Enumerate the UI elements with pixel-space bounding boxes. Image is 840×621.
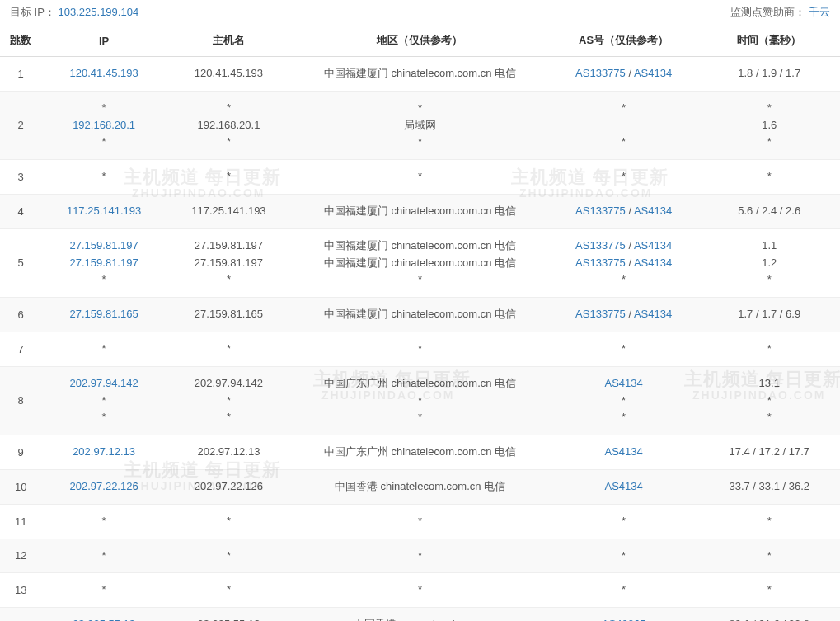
target-ip-value[interactable]: 103.225.199.104 xyxy=(59,6,139,18)
cell-ip: * xyxy=(41,504,166,539)
cell-as: * xyxy=(549,573,699,608)
host-text: * xyxy=(227,273,231,285)
as-link[interactable]: AS133775 xyxy=(575,205,626,217)
cell-host: * xyxy=(167,573,291,608)
table-row: 7***** xyxy=(0,332,840,366)
as-link[interactable]: AS4134 xyxy=(605,480,643,492)
cell-hop: 1 xyxy=(0,57,41,92)
cell-time: * xyxy=(698,160,840,195)
as-link[interactable]: AS4134 xyxy=(605,377,643,389)
table-row: 627.159.81.16527.159.81.165中国福建厦门 chinat… xyxy=(0,298,840,332)
location-text: * xyxy=(418,273,422,285)
cell-host: * xyxy=(167,539,291,573)
as-link[interactable]: AS4134 xyxy=(634,256,672,269)
location-text: * xyxy=(418,342,422,355)
col-as: AS号（仅供参考） xyxy=(549,25,699,57)
as-text: * xyxy=(622,549,626,562)
table-row: 12***** xyxy=(0,539,840,573)
as-link[interactable]: AS4134 xyxy=(634,308,672,320)
cell-as: AS133775 / AS4134 xyxy=(549,57,699,92)
as-text: * xyxy=(622,394,626,407)
ip-link[interactable]: 202.97.12.13 xyxy=(73,445,135,458)
cell-location: 中国福建厦门 chinatelecom.com.cn 电信中国福建厦门 chin… xyxy=(291,228,549,297)
ip-link[interactable]: 192.168.20.1 xyxy=(73,119,135,131)
sponsor-link[interactable]: 千云 xyxy=(809,6,830,18)
traceroute-table: 跳数 IP 主机名 地区（仅供参考） AS号（仅供参考） 时间（毫秒） 1120… xyxy=(0,25,840,621)
cell-ip: 117.25.141.193 xyxy=(41,194,166,228)
host-text: 202.97.12.13 xyxy=(197,445,260,458)
location-text: 中国福建厦门 chinatelecom.com.cn 电信 xyxy=(324,308,516,320)
location-text: 中国广东广州 chinatelecom.com.cn 电信 xyxy=(324,377,516,389)
sponsor-section: 监测点赞助商： 千云 xyxy=(730,5,830,20)
ip-link[interactable]: 23.225.55.13 xyxy=(73,618,135,621)
cell-as: * xyxy=(549,539,699,573)
ip-text: * xyxy=(102,515,106,527)
cell-as: AS4134 xyxy=(549,469,699,504)
as-text: * xyxy=(622,515,626,527)
time-text: 13.1 xyxy=(759,377,780,389)
cell-location: 中国福建厦门 chinatelecom.com.cn 电信 xyxy=(291,298,549,332)
as-link[interactable]: AS4134 xyxy=(634,205,672,217)
ip-text: * xyxy=(102,101,106,114)
cell-location: *局域网* xyxy=(291,91,549,159)
as-text: / xyxy=(626,205,634,217)
ip-link[interactable]: 120.41.45.193 xyxy=(70,67,138,79)
table-row: 1120.41.45.193120.41.45.193中国福建厦门 chinat… xyxy=(0,57,840,92)
ip-link[interactable]: 117.25.141.193 xyxy=(67,205,141,217)
ip-link[interactable]: 202.97.22.126 xyxy=(70,480,138,492)
host-text: * xyxy=(227,101,231,114)
host-text: * xyxy=(227,515,231,527)
cell-host: 120.41.45.193 xyxy=(167,57,291,92)
as-link[interactable]: AS133775 xyxy=(575,239,626,252)
as-link[interactable]: AS4134 xyxy=(605,445,643,458)
as-link[interactable]: AS133775 xyxy=(575,67,626,79)
cell-time: 89.1 / 91.6 / 90.8 xyxy=(698,608,840,621)
cell-as: * xyxy=(549,504,699,539)
host-text: 117.25.141.193 xyxy=(191,205,265,217)
location-text: * xyxy=(418,170,422,182)
ip-link[interactable]: 202.97.94.142 xyxy=(70,377,138,389)
cell-ip: 202.97.12.13 xyxy=(41,435,166,470)
ip-link[interactable]: 27.159.81.197 xyxy=(70,256,138,269)
cell-hop: 7 xyxy=(0,332,41,366)
target-ip-section: 目标 IP： 103.225.199.104 xyxy=(10,5,138,20)
ip-text: * xyxy=(102,135,106,148)
table-row: 8202.97.94.142**202.97.94.142**中国广东广州 ch… xyxy=(0,366,840,435)
table-header-row: 跳数 IP 主机名 地区（仅供参考） AS号（仅供参考） 时间（毫秒） xyxy=(0,25,840,57)
time-text: 1.2 xyxy=(762,256,777,269)
cell-ip: 202.97.22.126 xyxy=(41,469,166,504)
cell-host: 27.159.81.19727.159.81.197* xyxy=(167,228,291,297)
cell-ip: 120.41.45.193 xyxy=(41,57,166,92)
cell-location: 中国香港 chinatelecom.com.cn 电信 xyxy=(291,469,549,504)
cell-hop: 12 xyxy=(0,539,41,573)
ip-text: * xyxy=(102,170,106,182)
ip-link[interactable]: 27.159.81.165 xyxy=(70,308,138,320)
as-text: / xyxy=(626,256,634,269)
cell-hop: 6 xyxy=(0,298,41,332)
target-ip-label: 目标 IP： xyxy=(10,6,55,18)
ip-link[interactable]: 27.159.81.197 xyxy=(70,239,138,252)
top-bar: 目标 IP： 103.225.199.104 监测点赞助商： 千云 xyxy=(0,0,840,25)
time-text: 1.8 / 1.9 / 1.7 xyxy=(738,67,800,79)
as-link[interactable]: AS40065 xyxy=(602,618,646,621)
cell-location: * xyxy=(291,160,549,195)
as-link[interactable]: AS4134 xyxy=(634,239,672,252)
cell-location: 中国香港 ceranetworks.com xyxy=(291,608,549,621)
cell-location: * xyxy=(291,573,549,608)
location-text: 中国福建厦门 chinatelecom.com.cn 电信 xyxy=(324,67,516,79)
col-location: 地区（仅供参考） xyxy=(291,25,549,57)
col-ip: IP xyxy=(41,25,166,57)
as-text: * xyxy=(622,101,626,114)
cell-ip: * xyxy=(41,160,166,195)
cell-time: * xyxy=(698,573,840,608)
time-text: * xyxy=(767,135,772,148)
cell-host: 202.97.94.142** xyxy=(167,366,291,435)
cell-hop: 14 xyxy=(0,608,41,621)
as-link[interactable]: AS4134 xyxy=(634,67,672,79)
cell-as: AS4134 xyxy=(549,435,699,470)
as-link[interactable]: AS133775 xyxy=(575,308,626,320)
as-link[interactable]: AS133775 xyxy=(575,256,626,269)
as-text: * xyxy=(622,170,626,182)
host-text: 192.168.20.1 xyxy=(197,119,260,131)
as-text: / xyxy=(626,67,634,79)
